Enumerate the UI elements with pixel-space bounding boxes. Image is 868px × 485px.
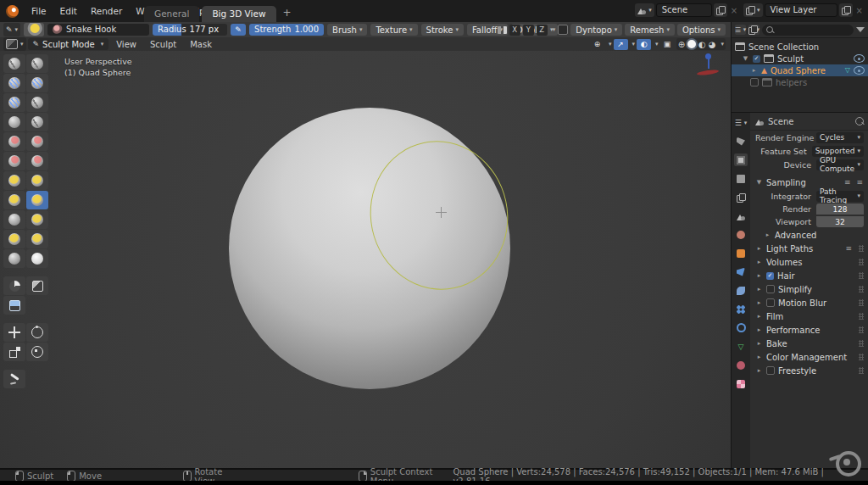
tool-transform[interactable] bbox=[26, 343, 48, 361]
brush-preview-thumbnail[interactable] bbox=[24, 23, 44, 36]
disclosure-triangle-icon[interactable]: ▼ bbox=[742, 55, 749, 62]
tool-flatten[interactable] bbox=[26, 132, 48, 151]
solid-shading-icon[interactable] bbox=[687, 40, 696, 48]
panel-hair[interactable]: ▸ ✓ Hair bbox=[750, 269, 868, 282]
tab-render[interactable] bbox=[734, 153, 748, 166]
panel-simplify[interactable]: ▸ Simplify bbox=[750, 282, 868, 296]
brush-popover[interactable]: Brush▾ bbox=[327, 24, 367, 36]
dyntopo-checkbox[interactable] bbox=[558, 25, 568, 35]
tool-nudge[interactable] bbox=[3, 230, 25, 248]
chevron-down-icon[interactable]: ▾ bbox=[632, 41, 636, 47]
brush-name-field[interactable]: Snake Hook bbox=[47, 24, 149, 36]
delete-view-layer-button[interactable]: × bbox=[854, 6, 865, 15]
panel-volumes[interactable]: ▸ Volumes bbox=[750, 255, 868, 269]
tool-draw-face-sets[interactable] bbox=[26, 276, 48, 295]
tab-particles[interactable] bbox=[734, 303, 748, 315]
tool-rotate[interactable] bbox=[26, 230, 48, 248]
tab-object[interactable] bbox=[734, 247, 748, 259]
tool-scrape[interactable] bbox=[26, 152, 48, 170]
tab-scene[interactable] bbox=[734, 209, 748, 222]
panel-drag-handle[interactable] bbox=[859, 259, 864, 265]
panel-film[interactable]: ▸ Film bbox=[750, 309, 868, 323]
tool-snake-hook[interactable] bbox=[26, 191, 48, 209]
chevron-down-icon[interactable]: ▾ bbox=[553, 26, 556, 33]
axis-x-handle[interactable] bbox=[697, 69, 719, 76]
tool-pinch[interactable] bbox=[3, 171, 25, 190]
mirror-x-toggle[interactable]: X bbox=[509, 25, 520, 36]
tool-mask[interactable] bbox=[3, 276, 25, 295]
render-engine-dropdown[interactable]: Cycles▾ bbox=[816, 132, 864, 143]
integrator-dropdown[interactable]: Path Tracing▾ bbox=[816, 191, 864, 202]
panel-performance[interactable]: ▸ Performance bbox=[750, 323, 868, 337]
navigation-axis-gizmo[interactable] bbox=[693, 53, 724, 82]
tool-rotate-transform[interactable] bbox=[26, 323, 48, 342]
outliner-row-scene-collection[interactable]: Scene Collection bbox=[732, 41, 868, 53]
device-dropdown[interactable]: GPU Compute▾ bbox=[816, 159, 864, 170]
tool-smooth[interactable] bbox=[3, 132, 25, 151]
panel-drag-handle[interactable] bbox=[859, 245, 864, 252]
mode-dropdown[interactable]: ✎Sculpt Mode▾ bbox=[28, 38, 109, 50]
tab-constraints[interactable] bbox=[734, 284, 748, 297]
radius-pressure-toggle[interactable]: ✎ bbox=[231, 24, 246, 36]
tool-annotate[interactable] bbox=[3, 370, 25, 388]
panel-drag-handle[interactable] bbox=[859, 340, 864, 347]
delete-scene-button[interactable]: × bbox=[729, 6, 739, 15]
tool-clay[interactable] bbox=[3, 74, 25, 92]
tool-move[interactable] bbox=[3, 323, 25, 342]
outliner-filter-dropdown[interactable]: ▾ bbox=[748, 25, 760, 35]
render-samples-field[interactable]: 128 bbox=[816, 203, 864, 215]
panel-drag-handle[interactable] bbox=[859, 326, 864, 333]
outliner-search-input[interactable] bbox=[762, 25, 854, 36]
menu-mask[interactable]: Mask bbox=[184, 40, 218, 49]
panel-bake[interactable]: ▸ Bake bbox=[750, 337, 868, 350]
outliner-row-helpers[interactable]: helpers bbox=[732, 76, 868, 88]
wireframe-shading-icon[interactable]: ⊕ bbox=[678, 40, 685, 49]
filter-funnel-icon[interactable] bbox=[856, 27, 865, 32]
disclosure-triangle-icon[interactable]: ▸ bbox=[750, 67, 758, 74]
new-scene-button[interactable] bbox=[714, 3, 727, 17]
tool-fill[interactable] bbox=[3, 152, 25, 170]
workspace-tab-big-3d-view[interactable]: Big 3D View bbox=[202, 6, 275, 22]
mirror-y-toggle[interactable]: Y bbox=[523, 25, 534, 36]
view-layer-name-field[interactable]: View Layer bbox=[765, 3, 837, 17]
simplify-checkbox[interactable] bbox=[766, 285, 775, 293]
motion-blur-checkbox[interactable] bbox=[766, 298, 775, 307]
collection-checkbox[interactable]: ✓ bbox=[753, 55, 760, 63]
tab-material[interactable] bbox=[734, 359, 748, 371]
editor-type-button[interactable]: ▾ bbox=[3, 37, 26, 51]
outliner-row-quad-sphere[interactable]: ▸ ▲ Quad Sphere ▽ bbox=[732, 64, 868, 76]
visibility-eye-icon[interactable] bbox=[854, 54, 865, 63]
tab-world[interactable] bbox=[734, 228, 748, 241]
scene-name-field[interactable]: Scene bbox=[656, 3, 712, 17]
chevron-down-icon[interactable]: ▾ bbox=[655, 41, 659, 47]
tab-object-data[interactable]: ▽ bbox=[734, 340, 748, 353]
pivot-point-icon[interactable]: ⊕ bbox=[590, 39, 604, 50]
menu-render[interactable]: Render bbox=[84, 6, 129, 16]
new-view-layer-button[interactable] bbox=[839, 3, 853, 17]
freestyle-checkbox[interactable] bbox=[766, 366, 775, 375]
menu-view[interactable]: View bbox=[110, 40, 142, 49]
tool-pose[interactable] bbox=[26, 210, 48, 229]
preset-list-icon[interactable]: ≡ bbox=[844, 178, 852, 187]
tab-output[interactable] bbox=[734, 172, 748, 185]
tab-physics[interactable] bbox=[734, 321, 748, 334]
tab-view-layer[interactable] bbox=[734, 191, 748, 203]
panel-advanced[interactable]: ▸ Advanced bbox=[750, 228, 868, 242]
chevron-down-icon[interactable]: ▾ bbox=[609, 41, 612, 47]
panel-drag-handle[interactable] bbox=[859, 272, 864, 279]
texture-popover[interactable]: Texture▾ bbox=[370, 24, 417, 36]
tool-inflate[interactable] bbox=[26, 93, 48, 112]
tab-texture[interactable] bbox=[734, 377, 748, 390]
tool-scale[interactable] bbox=[3, 343, 25, 361]
tool-simplify[interactable] bbox=[26, 249, 48, 268]
hair-checkbox[interactable]: ✓ bbox=[766, 272, 774, 280]
tool-elastic-deform[interactable] bbox=[3, 191, 25, 209]
stroke-popover[interactable]: Stroke▾ bbox=[421, 24, 464, 36]
menu-edit[interactable]: Edit bbox=[53, 6, 84, 16]
panel-drag-handle[interactable] bbox=[859, 286, 864, 293]
preset-list-icon[interactable]: ≡ bbox=[845, 244, 853, 253]
view-layer-browse-button[interactable]: ▾ bbox=[743, 3, 763, 17]
xray-toggle[interactable]: ▣ bbox=[660, 39, 675, 50]
panel-drag-handle[interactable] bbox=[859, 313, 864, 320]
panel-drag-handle[interactable] bbox=[859, 299, 864, 306]
